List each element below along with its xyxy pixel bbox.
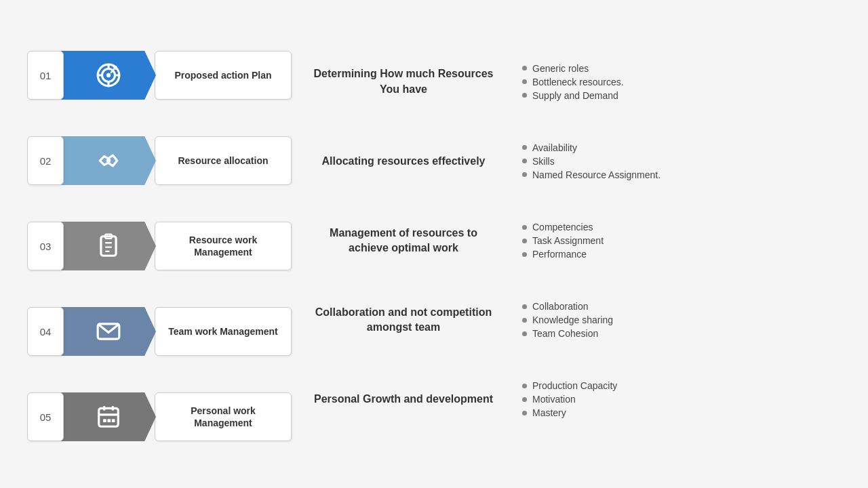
step-number-5: 05 <box>27 392 64 441</box>
list-item: Team Cohesion <box>522 328 841 339</box>
list-item: Knowledge sharing <box>522 314 841 325</box>
bullet-dot <box>522 79 527 84</box>
bullet-text: Team Cohesion <box>532 328 598 339</box>
step-row-4: 04 Team work Management <box>27 298 292 365</box>
svg-point-2 <box>106 73 111 77</box>
step-icon-banner-2 <box>61 136 156 185</box>
bullet-group-1: Generic rolesBottleneck resources.Supply… <box>522 42 841 121</box>
step-icon-banner-4 <box>61 307 156 356</box>
list-item: Motivation <box>522 394 841 405</box>
bullet-dot <box>522 225 527 230</box>
step-wrapper-5: 05 Personal work Management <box>27 384 292 450</box>
list-item: Task Assignment <box>522 235 841 246</box>
list-item: Supply and Demand <box>522 90 841 101</box>
list-item: Performance <box>522 249 841 260</box>
bullet-text: Mastery <box>532 407 566 418</box>
list-item: Competencies <box>522 222 841 232</box>
list-item: Collaboration <box>522 301 841 312</box>
step-arrow-4 <box>27 365 292 384</box>
list-item: Generic roles <box>522 63 841 74</box>
bullet-text: Supply and Demand <box>532 90 618 101</box>
bullet-text: Bottleneck resources. <box>532 77 624 87</box>
bullet-dot <box>522 145 527 150</box>
step-label-3: Resource work Management <box>155 222 292 270</box>
bullet-text: Generic roles <box>532 63 589 74</box>
list-item: Availability <box>522 142 841 153</box>
steps-column: 01 Proposed action Plan02 Resource alloc… <box>27 39 292 439</box>
step-wrapper-4: 04 Team work Management <box>27 298 292 384</box>
step-wrapper-3: 03 Resource work Management <box>27 213 292 298</box>
bullet-group-2: AvailabilitySkillsNamed Resource Assignm… <box>522 121 841 201</box>
desc-item-3: Management of resources to achieve optim… <box>305 201 502 280</box>
bullet-text: Production Capacity <box>532 380 617 391</box>
bullet-dot <box>522 239 527 243</box>
bullet-dot <box>522 411 527 415</box>
bullet-text: Knowledge sharing <box>532 314 613 325</box>
step-row-5: 05 Personal work Management <box>27 384 292 450</box>
step-label-4: Team work Management <box>155 307 292 356</box>
bullet-dot <box>522 66 527 70</box>
step-wrapper-1: 01 Proposed action Plan <box>27 42 292 127</box>
step-number-3: 03 <box>27 222 64 270</box>
desc-item-4: Collaboration and not competition amongs… <box>305 281 502 360</box>
bullet-text: Availability <box>532 142 577 153</box>
bullet-group-4: CollaborationKnowledge sharingTeam Cohes… <box>522 281 841 360</box>
list-item: Production Capacity <box>522 380 841 391</box>
desc-item-1: Determining How much Resources You have <box>305 42 502 121</box>
bullet-text: Collaboration <box>532 301 589 312</box>
step-arrow-3 <box>27 279 292 298</box>
step-arrow-1 <box>27 108 292 127</box>
step-number-4: 04 <box>27 307 64 356</box>
bullet-text: Named Resource Assignment. <box>532 169 660 180</box>
step-icon-banner-5 <box>61 392 156 441</box>
bullet-dot <box>522 331 527 336</box>
content-area: 01 Proposed action Plan02 Resource alloc… <box>27 39 841 439</box>
list-item: Bottleneck resources. <box>522 77 841 87</box>
step-label-5: Personal work Management <box>155 392 292 441</box>
svg-rect-20 <box>107 419 111 422</box>
step-label-1: Proposed action Plan <box>155 51 292 100</box>
bullet-dot <box>522 384 527 388</box>
step-row-3: 03 Resource work Management <box>27 213 292 279</box>
bullet-group-3: CompetenciesTask AssignmentPerformance <box>522 201 841 280</box>
step-wrapper-2: 02 Resource allocation <box>27 127 292 213</box>
list-item: Named Resource Assignment. <box>522 169 841 180</box>
svg-rect-15 <box>99 408 119 426</box>
descriptions-column: Determining How much Resources You haveA… <box>292 39 502 439</box>
bullet-dot <box>522 172 527 177</box>
bullet-text: Task Assignment <box>532 235 604 246</box>
desc-item-2: Allocating resources effectively <box>305 121 502 201</box>
step-icon-banner-3 <box>61 222 156 270</box>
bullet-text: Skills <box>532 156 555 167</box>
list-item: Skills <box>522 156 841 167</box>
bullets-column: Generic rolesBottleneck resources.Supply… <box>502 39 841 439</box>
svg-rect-19 <box>103 419 106 422</box>
step-label-2: Resource allocation <box>155 136 292 185</box>
bullet-group-5: Production CapacityMotivationMastery <box>522 360 841 439</box>
svg-point-8 <box>106 159 111 163</box>
list-item: Mastery <box>522 407 841 418</box>
step-row-2: 02 Resource allocation <box>27 127 292 194</box>
svg-rect-21 <box>112 419 115 422</box>
bullet-dot <box>522 159 527 163</box>
step-number-1: 01 <box>27 51 64 100</box>
bullet-dot <box>522 252 527 257</box>
bullet-dot <box>522 304 527 309</box>
step-number-2: 02 <box>27 136 64 185</box>
bullet-text: Motivation <box>532 394 576 405</box>
step-arrow-2 <box>27 194 292 213</box>
bullet-text: Performance <box>532 249 587 260</box>
step-row-1: 01 Proposed action Plan <box>27 42 292 108</box>
bullet-text: Competencies <box>532 222 593 232</box>
bullet-dot <box>522 318 527 323</box>
desc-item-5: Personal Growth and development <box>305 360 502 439</box>
step-icon-banner-1 <box>61 51 156 100</box>
bullet-dot <box>522 93 527 98</box>
bullet-dot <box>522 397 527 402</box>
